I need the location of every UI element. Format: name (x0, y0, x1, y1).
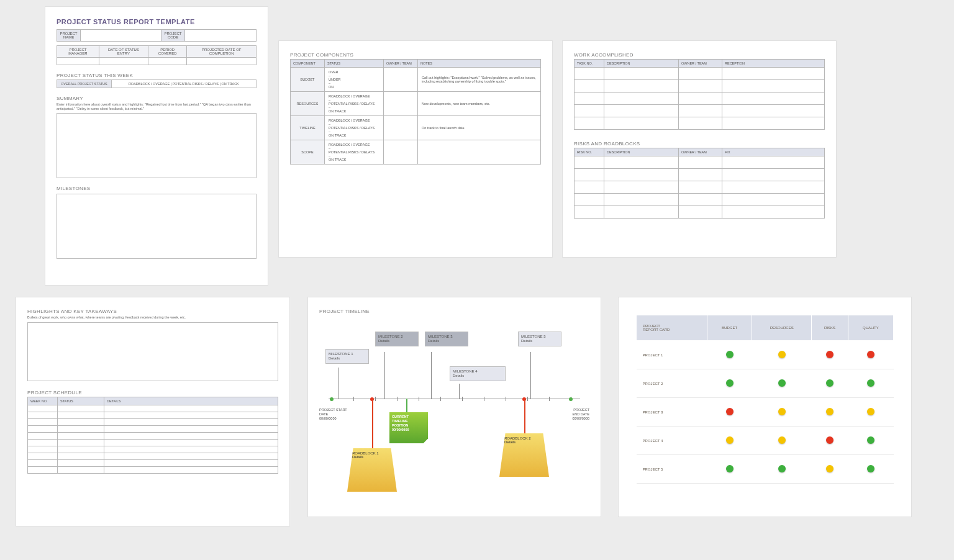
status-cell (752, 427, 811, 455)
work-title: WORK ACCOMPLISHED (574, 52, 825, 58)
start-dot (330, 397, 334, 401)
current-position: CURRENT TIMELINE POSITION 00/00/0000 (389, 412, 428, 443)
risks-table: RISK NO. DESCRIPTION OWNER / TEAM FIX (574, 148, 825, 219)
status-dot (726, 351, 734, 358)
row-resources: RESOURCES ROADBLOCK / OVERAGE – POTENTIA… (291, 92, 541, 116)
project-name: PROJECT 2 (637, 369, 707, 398)
axis (329, 399, 580, 399)
timeline-diagram: MILESTONE 1 Details MILESTONE 2 Details … (319, 318, 589, 498)
roadblock-2: ROADBLOCK 2 Details (499, 433, 549, 477)
end-dot (569, 397, 573, 401)
highlights-box[interactable] (27, 322, 278, 381)
status-cell (752, 455, 811, 484)
milestone-5: MILESTONE 5 Details (518, 332, 561, 346)
status-dot (778, 379, 786, 387)
milestone-4: MILESTONE 4 Details (450, 366, 506, 381)
report-card-table: PROJECT REPORT CARD BUDGET RESOURCES RIS… (636, 315, 894, 484)
milestone-3: MILESTONE 3 Details (425, 332, 468, 346)
highlights-page: HIGHLIGHTS AND KEY TAKEAWAYS Bullets of … (16, 297, 290, 526)
status-cell (752, 341, 811, 369)
label-projected: PROJECTED DATE OF COMPLETION (187, 46, 257, 58)
status-cell (812, 427, 848, 455)
highlights-hint: Bullets of great work, who owns what, wh… (27, 315, 278, 320)
row-timeline: TIMELINE ROADBLOCK / OVERAGE – POTENTIAL… (291, 116, 541, 140)
cell-project-code[interactable] (185, 30, 257, 42)
status-cell (848, 455, 893, 484)
meta-table: PROJECT MANAGER DATE OF STATUS ENTRY PER… (57, 45, 257, 65)
label-period: PERIOD COVERED (148, 46, 186, 58)
status-cell (812, 398, 848, 427)
summary-title: SUMMARY (57, 96, 257, 101)
status-dot (826, 379, 834, 387)
milestones-box[interactable] (57, 194, 257, 259)
status-cell (812, 455, 848, 484)
schedule-title: PROJECT SCHEDULE (27, 390, 278, 395)
start-label: PROJECT START DATE 00/00/0000 (319, 408, 347, 421)
schedule-table: WEEK NO. STATUS DETAILS (27, 397, 278, 474)
milestones-title: MILESTONES (57, 186, 257, 191)
report-card-page: PROJECT REPORT CARD BUDGET RESOURCES RIS… (618, 297, 912, 517)
status-report-page: PROJECT STATUS REPORT TEMPLATE PROJECT N… (45, 6, 268, 286)
table-row: PROJECT 2 (637, 369, 894, 398)
status-cell (812, 369, 848, 398)
summary-box[interactable] (57, 113, 257, 178)
row-budget: BUDGET OVER – UNDER – ON Call out highli… (291, 68, 541, 92)
status-cell (752, 398, 811, 427)
project-info-table: PROJECT NAME PROJECT CODE (57, 29, 257, 42)
project-name: PROJECT 3 (637, 398, 707, 427)
status-dot (867, 465, 874, 472)
timeline-title: PROJECT TIMELINE (319, 309, 589, 314)
label-manager: PROJECT MANAGER (57, 46, 99, 58)
status-dot (826, 465, 834, 472)
status-dot (726, 436, 734, 444)
label-project-name: PROJECT NAME (57, 30, 81, 42)
work-table: TASK NO. DESCRIPTION OWNER / TEAM RECEPT… (574, 59, 825, 130)
status-dot (726, 465, 734, 472)
status-dot (867, 379, 874, 387)
status-week-title: PROJECT STATUS THIS WEEK (57, 73, 257, 78)
table-row: PROJECT 3 (637, 398, 894, 427)
status-dot (726, 379, 734, 387)
timeline-page: PROJECT TIMELINE MILESTONE 1 Details MIL… (307, 297, 601, 517)
status-cell (848, 398, 893, 427)
status-dot (826, 351, 834, 358)
label-project-code: PROJECT CODE (161, 30, 185, 42)
status-cell (707, 341, 752, 369)
table-row: PROJECT 4 (637, 427, 894, 455)
status-cell (707, 455, 752, 484)
status-cell (812, 341, 848, 369)
components-title: PROJECT COMPONENTS (290, 52, 541, 58)
status-cell (707, 369, 752, 398)
status-cell (707, 398, 752, 427)
status-dot (726, 408, 734, 415)
status-cell (848, 369, 893, 398)
roadblock-1: ROADBLOCK 1 Details (347, 448, 397, 492)
work-risks-page: WORK ACCOMPLISHED TASK NO. DESCRIPTION O… (562, 40, 837, 258)
status-cell (752, 369, 811, 398)
status-dot (778, 436, 786, 444)
status-dot (778, 351, 786, 358)
risks-title: RISKS AND ROADBLOCKS (574, 141, 825, 147)
status-dot (826, 436, 834, 444)
milestone-2: MILESTONE 2 Details (375, 332, 419, 346)
status-cell (848, 427, 893, 455)
table-row: PROJECT 1 (637, 341, 894, 369)
milestone-1: MILESTONE 1 Details (325, 349, 369, 364)
status-label: OVERALL PROJECT STATUS (57, 80, 112, 88)
table-row: PROJECT 5 (637, 455, 894, 484)
status-cell (848, 341, 893, 369)
status-dot (867, 436, 874, 444)
project-name: PROJECT 4 (637, 427, 707, 455)
project-name: PROJECT 5 (637, 455, 707, 484)
status-dot (826, 408, 834, 415)
status-row: OVERALL PROJECT STATUS ROADBLOCK / OVERA… (57, 79, 257, 88)
row-scope: SCOPE ROADBLOCK / OVERAGE – POTENTIAL RI… (291, 140, 541, 165)
status-dot (867, 351, 874, 358)
cell-project-name[interactable] (81, 30, 161, 42)
status-dot (867, 408, 874, 415)
components-page: PROJECT COMPONENTS COMPONENT STATUS OWNE… (278, 40, 553, 258)
page-title: PROJECT STATUS REPORT TEMPLATE (57, 18, 257, 25)
components-table: COMPONENT STATUS OWNER / TEAM NOTES BUDG… (290, 59, 541, 165)
status-options: ROADBLOCK / OVERAGE | POTENTIAL RISKS / … (112, 80, 256, 88)
highlights-title: HIGHLIGHTS AND KEY TAKEAWAYS (27, 309, 278, 314)
